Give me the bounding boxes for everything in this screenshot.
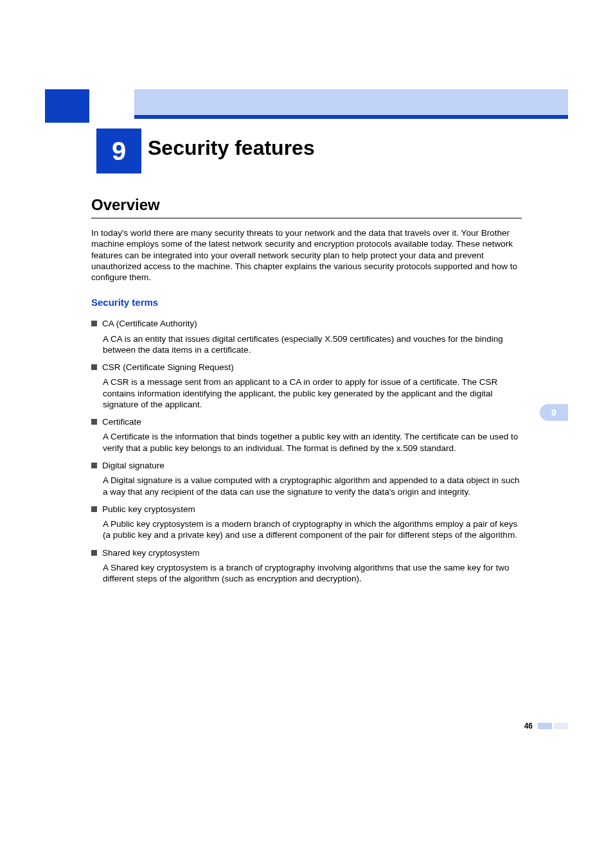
- page-bar-dark: [538, 723, 552, 729]
- term-head: Public key cryptosystem: [91, 504, 522, 515]
- term-title: CA (Certificate Authority): [102, 318, 522, 329]
- section-intro-paragraph: In today's world there are many security…: [91, 227, 522, 283]
- term-title: Certificate: [102, 416, 522, 427]
- chapter-number: 9: [112, 137, 126, 166]
- term-head: Certificate: [91, 416, 522, 427]
- square-bullet-icon: [91, 364, 97, 370]
- term-item: CSR (Certificate Signing Request)A CSR i…: [91, 362, 522, 410]
- term-description: A CA is an entity that issues digital ce…: [103, 333, 522, 356]
- term-description: A Shared key cryptosystem is a branch of…: [103, 562, 522, 585]
- term-head: CSR (Certificate Signing Request): [91, 362, 522, 373]
- term-item: CA (Certificate Authority)A CA is an ent…: [91, 318, 522, 355]
- chapter-number-box: 9: [96, 128, 141, 173]
- square-bullet-icon: [91, 419, 97, 425]
- term-head: Digital signature: [91, 460, 522, 471]
- term-title: CSR (Certificate Signing Request): [102, 362, 522, 373]
- term-item: Digital signatureA Digital signature is …: [91, 460, 522, 497]
- term-item: Shared key cryptosystemA Shared key cryp…: [91, 547, 522, 585]
- page-number-wrap: 46: [524, 722, 568, 731]
- square-bullet-icon: [91, 321, 97, 326]
- square-bullet-icon: [91, 550, 97, 556]
- square-bullet-icon: [91, 463, 97, 468]
- header-band: [45, 89, 568, 123]
- term-description: A Public key cryptosystem is a modern br…: [103, 518, 522, 541]
- term-description: A CSR is a message sent from an applican…: [103, 376, 522, 410]
- square-bullet-icon: [91, 506, 97, 512]
- term-item: Public key cryptosystemA Public key cryp…: [91, 504, 522, 541]
- side-chapter-tab: 9: [540, 404, 568, 421]
- header-left-block: [45, 89, 89, 123]
- term-head: Shared key cryptosystem: [91, 547, 522, 558]
- term-title: Shared key cryptosystem: [102, 547, 522, 558]
- term-item: CertificateA Certificate is the informat…: [91, 416, 522, 454]
- content-area: Overview In today's world there are many…: [91, 190, 522, 590]
- header-dark-bar: [134, 115, 568, 119]
- header-light-bar: [134, 89, 568, 115]
- term-description: A Certificate is the information that bi…: [103, 431, 522, 454]
- side-chapter-number: 9: [551, 407, 556, 418]
- term-title: Public key cryptosystem: [102, 504, 522, 515]
- terms-list: CA (Certificate Authority)A CA is an ent…: [91, 318, 522, 584]
- chapter-title: Security features: [148, 136, 315, 160]
- page-number: 46: [524, 722, 533, 731]
- term-head: CA (Certificate Authority): [91, 318, 522, 329]
- page-bar-light: [554, 723, 568, 729]
- subsection-heading: Security terms: [91, 297, 522, 308]
- term-title: Digital signature: [102, 460, 522, 471]
- section-heading: Overview: [91, 196, 522, 214]
- term-description: A Digital signature is a value computed …: [103, 475, 522, 497]
- section-heading-rule: [91, 218, 522, 218]
